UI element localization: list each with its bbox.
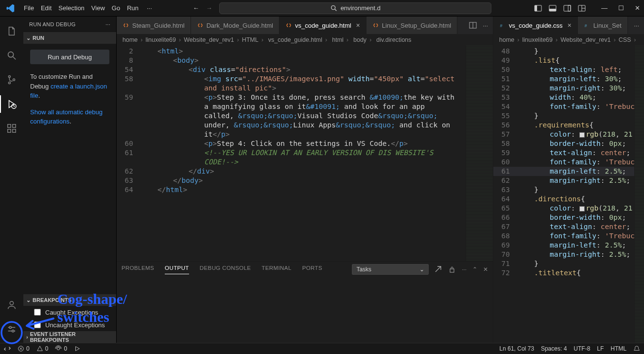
panel-tab-terminal[interactable]: TERMINAL <box>261 265 291 274</box>
panel-more-icon[interactable]: ··· <box>462 266 467 272</box>
status-encoding[interactable]: UTF-8 <box>574 345 590 352</box>
nav-back-icon[interactable]: ← <box>193 4 199 12</box>
breadcrumb-segment[interactable]: CSS <box>619 36 631 43</box>
svg-point-15 <box>13 79 15 81</box>
command-center-search[interactable]: environment.d <box>219 2 491 14</box>
activity-run-debug-icon[interactable] <box>0 93 23 115</box>
breakpoints-section-head[interactable]: ⌄ BREAKPOINTS <box>23 294 116 306</box>
status-ports[interactable]: 0 <box>55 345 67 352</box>
close-icon[interactable]: × <box>568 21 572 29</box>
breadcrumb-segment[interactable]: linuxelite69 <box>522 36 553 43</box>
minimap[interactable] <box>466 46 493 261</box>
menu-go[interactable]: Go <box>108 2 123 14</box>
sidebar-title: RUN AND DEBUG <box>29 21 76 27</box>
run-and-debug-button[interactable]: Run and Debug <box>30 50 109 64</box>
status-notifications-icon[interactable] <box>633 345 640 352</box>
window-close-icon[interactable]: ✕ <box>635 4 640 12</box>
menu-run[interactable]: Run <box>123 2 142 14</box>
tab-linux_setup_guide-html[interactable]: Linux_Setup_Guide.html <box>366 17 457 34</box>
status-debug-target[interactable] <box>74 345 81 352</box>
breadcrumb-segment[interactable]: linuxelite69 <box>145 36 176 43</box>
status-errors[interactable]: 0 <box>17 345 30 352</box>
svg-rect-18 <box>8 129 11 132</box>
close-icon[interactable]: × <box>356 21 360 29</box>
breadcrumb-segment[interactable]: Website_dev_rev1 <box>184 36 234 43</box>
status-warnings[interactable]: 0 <box>36 345 49 352</box>
activity-source-control-icon[interactable] <box>0 69 23 90</box>
menu-view[interactable]: View <box>88 2 108 14</box>
activity-account-icon[interactable] <box>0 294 23 316</box>
activity-extensions-icon[interactable] <box>0 118 23 139</box>
tab-steam_guide-html[interactable]: Steam_Guide.html <box>117 17 191 34</box>
menu-selection[interactable]: Selection <box>55 2 87 14</box>
sidebar-more-icon[interactable]: ··· <box>105 21 110 27</box>
output-channel-select[interactable]: Tasks⌄ <box>352 264 429 275</box>
breadcrumb-segment[interactable]: home <box>499 36 514 43</box>
breadcrumb[interactable]: home›linuxelite69›Website_dev_rev1›HTML›… <box>117 34 493 46</box>
clear-output-icon[interactable] <box>435 266 442 273</box>
panel-tab-problems[interactable]: PROBLEMS <box>122 265 154 274</box>
status-indent[interactable]: Spaces: 4 <box>541 345 567 352</box>
menu-file[interactable]: File <box>20 2 37 14</box>
breadcrumb-segment[interactable]: vs_code_guide.html <box>266 36 322 43</box>
layout-sidebar-right-icon[interactable] <box>563 4 571 12</box>
event-listener-bp-head[interactable]: › EVENT LISTENER BREAKPOINTS <box>23 331 116 343</box>
tab-vs_code_guide-html[interactable]: vs_code_guide.html× <box>279 17 366 34</box>
svg-rect-3 <box>535 5 537 11</box>
breadcrumb-segment[interactable]: Website_dev_rev1 <box>560 36 610 43</box>
breadcrumb-segment[interactable]: home <box>122 36 138 43</box>
checkbox[interactable] <box>34 321 41 328</box>
activity-search-icon[interactable] <box>0 45 23 66</box>
minimap[interactable] <box>634 46 644 343</box>
status-language[interactable]: HTML <box>610 345 627 352</box>
breadcrumb[interactable]: home›linuxelite69›Website_dev_rev1›CSS›# <box>493 34 644 46</box>
activity-explorer-icon[interactable] <box>0 20 23 42</box>
tab-more-icon[interactable]: ··· <box>483 22 488 29</box>
code-editor[interactable]: 48}49.list{50text-align: left;51margin-l… <box>493 46 634 343</box>
checkbox[interactable] <box>34 309 41 316</box>
bp-caught-exceptions[interactable]: Caught Exceptions <box>23 306 116 319</box>
tab-linux_set[interactable]: #Linux_Set <box>578 17 628 34</box>
breadcrumb-segment[interactable]: HTML <box>242 36 259 43</box>
menu-edit[interactable]: Edit <box>37 2 55 14</box>
code-editor[interactable]: 2<html>8<body>54<div class="directions">… <box>117 46 466 261</box>
panel-maximize-icon[interactable]: ⌃ <box>472 266 477 273</box>
show-auto-configs-link[interactable]: Show all automatic debug configurations <box>30 108 103 125</box>
bp-uncaught-exceptions[interactable]: Uncaught Exceptions <box>23 319 116 331</box>
status-cursor-pos[interactable]: Ln 61, Col 73 <box>500 345 534 352</box>
status-eol[interactable]: LF <box>597 345 604 352</box>
svg-point-21 <box>10 301 13 305</box>
nav-forward-icon[interactable]: → <box>206 4 212 12</box>
panel-tab-ports[interactable]: PORTS <box>302 265 322 274</box>
menu-more-icon[interactable]: ··· <box>144 2 155 14</box>
svg-line-12 <box>13 57 16 60</box>
debug-hint-text: To customize Run and Debug create a laun… <box>23 70 116 106</box>
svg-rect-7 <box>568 5 571 11</box>
layout-sidebar-left-icon[interactable] <box>534 4 542 12</box>
panel-tab-output[interactable]: OUTPUT <box>165 265 189 274</box>
breadcrumb-segment[interactable]: body <box>351 36 366 43</box>
editor-group-2: #vs_code_guide.css×#Linux_Set ··· home›l… <box>493 17 644 343</box>
svg-line-1 <box>335 9 336 11</box>
breadcrumb-segment[interactable]: div.directions <box>374 36 411 43</box>
editor-tabs: Steam_Guide.htmlDark_Mode_Guide.htmlvs_c… <box>117 17 493 34</box>
tab-dark_mode_guide-html[interactable]: Dark_Mode_Guide.html <box>191 17 279 34</box>
layout-panel-icon[interactable] <box>549 4 557 12</box>
split-editor-icon[interactable] <box>469 21 477 29</box>
tab-vs_code_guide-css[interactable]: #vs_code_guide.css× <box>493 17 578 34</box>
panel-close-icon[interactable]: ✕ <box>483 266 488 273</box>
run-debug-sidebar: RUN AND DEBUG ··· ⌄ RUN Run and Debug To… <box>23 17 117 343</box>
panel-tab-debug-console[interactable]: DEBUG CONSOLE <box>200 265 251 274</box>
window-minimize-icon[interactable]: — <box>601 4 608 12</box>
run-section-head[interactable]: ⌄ RUN <box>23 32 116 44</box>
svg-rect-17 <box>8 124 11 127</box>
activity-bar <box>0 17 23 343</box>
window-maximize-icon[interactable]: ☐ <box>618 4 624 12</box>
editor-group-1: Steam_Guide.htmlDark_Mode_Guide.htmlvs_c… <box>117 17 493 343</box>
breadcrumb-segment[interactable]: html <box>330 36 344 43</box>
layout-customize-icon[interactable] <box>578 4 586 12</box>
remote-indicator[interactable] <box>4 345 11 352</box>
lock-scroll-icon[interactable] <box>448 266 456 273</box>
activity-settings-icon[interactable] <box>0 319 23 340</box>
tab-more-icon[interactable]: ··· <box>634 22 639 29</box>
